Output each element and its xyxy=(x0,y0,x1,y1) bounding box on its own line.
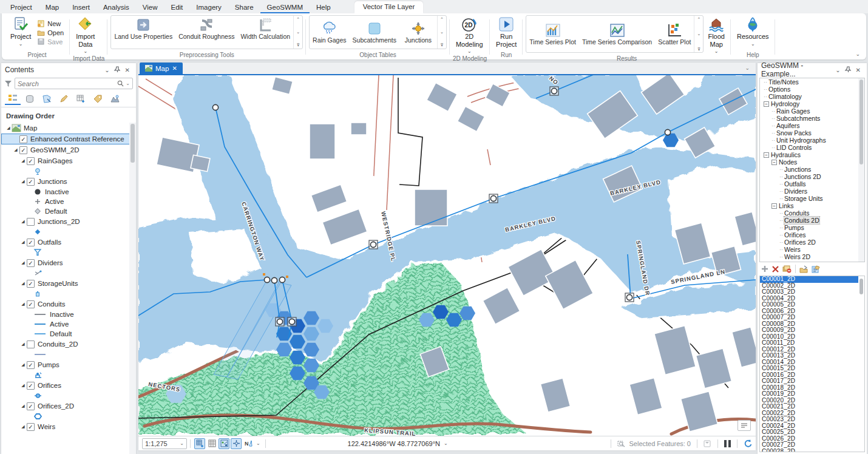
layer-checkbox[interactable]: ✓ xyxy=(27,300,35,308)
results-scroll[interactable]: ⌃⌄⊽ xyxy=(694,16,703,52)
panel-menu-chevron-icon[interactable]: ⌄ xyxy=(833,67,843,73)
run-project-button[interactable]: Run Project xyxy=(493,15,520,50)
geoswmm-tree-item-dividers[interactable]: ··Dividers xyxy=(760,188,864,195)
legend-item[interactable] xyxy=(1,227,136,237)
scale-select[interactable]: 1:1,275 ⌄ xyxy=(142,438,187,449)
report-object-icon[interactable] xyxy=(812,265,820,273)
geoswmm-tree-item-junctions[interactable]: ··Junctions xyxy=(760,166,864,173)
pause-drawing-icon[interactable] xyxy=(724,440,731,447)
legend-item[interactable] xyxy=(1,166,136,176)
layer-checkbox[interactable]: ✓ xyxy=(27,239,35,246)
time-series-comparison-button[interactable]: Time Series Comparison xyxy=(579,16,655,52)
geoswmm-tree-item-links[interactable]: −Links xyxy=(760,202,864,209)
conduit-list-item[interactable]: C00011_2D xyxy=(760,340,864,347)
geoswmm-tree-item-conduits-2d[interactable]: ··Conduits 2D xyxy=(760,217,864,224)
project-button[interactable]: Project ⌄ xyxy=(7,15,34,50)
junction-node[interactable] xyxy=(271,277,277,283)
expander-icon[interactable]: ◢ xyxy=(19,281,27,286)
import-data-button[interactable]: Import Data ⌄ xyxy=(73,15,98,54)
geoswmm-tree-item-snow-packs[interactable]: ··Snow Packs xyxy=(760,129,864,137)
junction-node[interactable] xyxy=(288,317,296,326)
geoswmm-tree-item-outfalls[interactable]: ··Outfalls xyxy=(760,180,864,188)
menu-item-help[interactable]: Help xyxy=(310,2,337,13)
conduit-list-item[interactable]: C00023_2D xyxy=(760,416,864,423)
table-tool-icon[interactable] xyxy=(206,438,217,449)
geoswmm-tree-item-hydraulics[interactable]: −Hydraulics xyxy=(760,151,864,158)
geoswmm-tree-scrollbar[interactable] xyxy=(858,78,864,262)
refresh-icon[interactable] xyxy=(744,439,752,447)
layer-item-raingages[interactable]: ◢✓RainGages xyxy=(1,155,136,166)
tab-selection[interactable] xyxy=(39,93,55,105)
delete-object-icon[interactable] xyxy=(772,266,779,273)
conduit-list-item[interactable]: C00017_2D xyxy=(760,378,864,385)
geoswmm-tree-item-title-notes[interactable]: ··Title/Notes xyxy=(760,78,864,86)
selection-box-icon[interactable] xyxy=(704,440,711,447)
geoswmm-tree-item-junctions-2d[interactable]: ··Junctions 2D xyxy=(760,173,864,180)
layer-checkbox[interactable]: ✓ xyxy=(27,280,35,288)
geoswmm-tree-item-hydrology[interactable]: −Hydrology xyxy=(760,100,864,107)
layer-item-enhanced-contrast-reference[interactable]: ✓Enhanced Contrast Reference xyxy=(1,134,136,144)
layer-checkbox[interactable]: ✓ xyxy=(27,178,35,186)
width-calculation-button[interactable]: Width Calculation xyxy=(237,16,293,49)
legend-item[interactable] xyxy=(1,391,136,401)
edit-object-icon[interactable] xyxy=(799,265,808,273)
contextual-tab-vector-tile-layer[interactable]: Vector Tile Layer xyxy=(354,1,424,13)
geoswmm-tree-item-conduits[interactable]: ··Conduits xyxy=(760,209,864,217)
layer-item-junctions[interactable]: ◢✓Junctions xyxy=(1,176,136,187)
conduit-list-item[interactable]: C00007_2D xyxy=(760,314,864,321)
legend-item[interactable] xyxy=(1,268,136,278)
layer-item-conduits[interactable]: ◢✓Conduits xyxy=(1,299,136,310)
map-tab-close-icon[interactable]: ✕ xyxy=(172,65,177,72)
junction-node[interactable] xyxy=(276,317,284,326)
tab-drawing-order[interactable] xyxy=(5,93,21,105)
layer-item-dividers[interactable]: ◢✓Dividers xyxy=(1,257,136,268)
legend-item[interactable] xyxy=(1,412,136,421)
preprocessing-scroll[interactable]: ⌃⌄⊽ xyxy=(293,16,302,49)
conduit-list-item[interactable]: C00027_2D xyxy=(760,442,864,449)
search-input-box[interactable]: ⌄ xyxy=(15,78,133,89)
menu-item-edit[interactable]: Edit xyxy=(164,2,189,13)
conduit-list-item[interactable]: C00021_2D xyxy=(760,404,864,410)
grid-tool-icon[interactable] xyxy=(194,438,205,449)
legend-item[interactable]: Default xyxy=(1,329,136,339)
north-arrow-icon[interactable]: N xyxy=(243,438,254,449)
geoswmm-tree-item-storage-units[interactable]: ··Storage Units xyxy=(760,195,864,202)
geoswmm-tree-item-orifices-2d[interactable]: ··Orifices 2D xyxy=(760,239,864,246)
delete-all-icon[interactable] xyxy=(782,265,792,273)
layer-checkbox[interactable] xyxy=(27,218,35,226)
expander-icon[interactable]: ◢ xyxy=(19,158,27,163)
layer-item-junctions-2d[interactable]: ◢Junctions_2D xyxy=(1,216,136,227)
collapse-box-icon[interactable]: − xyxy=(764,152,769,158)
close-icon[interactable]: ✕ xyxy=(853,67,863,73)
conduit-list-item[interactable]: C00028_2D xyxy=(760,449,864,453)
expander-icon[interactable]: ◢ xyxy=(19,219,27,224)
close-icon[interactable]: ✕ xyxy=(123,67,132,73)
layer-item-outfalls[interactable]: ◢✓Outfalls xyxy=(1,237,136,248)
object-list-scrollbar[interactable] xyxy=(858,276,864,452)
layer-checkbox[interactable]: ✓ xyxy=(27,423,35,431)
search-input[interactable] xyxy=(18,80,117,87)
geoswmm-tree-item-orifices[interactable]: ··Orifices xyxy=(760,231,864,239)
menu-item-imagery[interactable]: Imagery xyxy=(189,2,228,13)
legend-item[interactable] xyxy=(1,350,136,359)
junction-node[interactable] xyxy=(665,129,670,135)
object-tables-scroll[interactable]: ⌃⌄⊽ xyxy=(437,16,446,49)
subcatchments-button[interactable]: Subcatchments xyxy=(350,16,399,49)
layer-checkbox[interactable]: ✓ xyxy=(27,157,35,165)
conduit-list-item[interactable]: C00003_2D xyxy=(760,289,864,296)
layer-item-weirs[interactable]: ◢✓Weirs xyxy=(1,421,136,432)
junction-node[interactable] xyxy=(279,277,285,282)
expander-icon[interactable]: ◢ xyxy=(19,383,27,388)
geoswmm-tree-item-outlets[interactable]: ··Outlets xyxy=(760,260,864,262)
menu-item-insert[interactable]: Insert xyxy=(66,2,97,13)
legend-item[interactable] xyxy=(1,248,136,257)
ribbon-collapse-chevron[interactable]: ⌄ xyxy=(855,51,860,57)
conduit-list-item[interactable]: C00019_2D xyxy=(760,391,864,398)
layer-checkbox[interactable]: ✓ xyxy=(27,361,35,369)
resources-button[interactable]: Resources ⌄ xyxy=(734,15,772,50)
layer-checkbox[interactable] xyxy=(27,340,35,348)
layer-item-map[interactable]: ◢Map xyxy=(1,123,136,134)
tab-labeling[interactable] xyxy=(90,93,106,105)
map-overflow-button[interactable] xyxy=(737,420,751,431)
menu-item-share[interactable]: Share xyxy=(228,2,260,13)
